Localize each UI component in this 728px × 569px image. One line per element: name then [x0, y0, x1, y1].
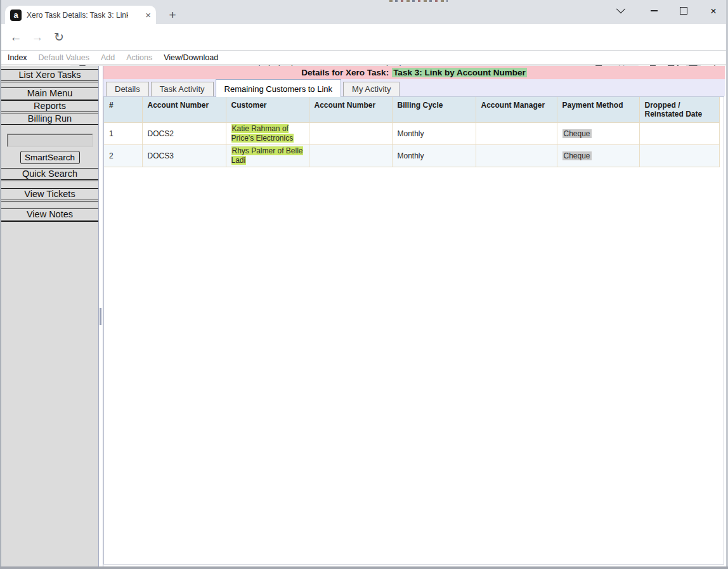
page-title-task-highlight: Task 3: Link by Account Number [392, 68, 527, 77]
table-row: 2 DOCS3 Rhys Palmer of Belle Ladi Monthl… [104, 145, 719, 167]
col-header-account-number: Account Number [142, 97, 226, 123]
col-header-billing-cycle: Billing Cycle [392, 97, 476, 123]
browser-tab[interactable]: a Xero Task Details: Task 3: Link by × [5, 6, 156, 24]
menu-item-index[interactable]: Index [8, 53, 27, 62]
tab-close-icon[interactable]: × [145, 10, 151, 20]
smartsearch-input[interactable] [7, 134, 93, 147]
close-icon: × [710, 6, 717, 16]
new-tab-button[interactable]: + [165, 8, 180, 23]
forward-button: → [27, 24, 48, 50]
sidebar-item-quick-search[interactable]: Quick Search [1, 168, 98, 180]
page-title-prefix: Details for Xero Task: [301, 68, 389, 77]
app-menubar: Index Default Values Add Actions View/Do… [1, 50, 726, 65]
cell-customer: Katie Rahman of Price's Electronics [226, 123, 309, 145]
cell-customer: Rhys Palmer of Belle Ladi [226, 145, 309, 167]
reload-button[interactable]: ↻ [48, 24, 70, 50]
window-border [0, 0, 1, 569]
cell-dropped-reinstated-date [639, 123, 719, 145]
sidebar-item-billing-run[interactable]: Billing Run [1, 113, 98, 125]
sidebar-item-view-tickets[interactable]: View Tickets [1, 188, 98, 200]
cell-payment-method: Cheque [557, 145, 639, 167]
tab-details[interactable]: Details [106, 82, 149, 96]
browser-titlebar: a Xero Task Details: Task 3: Link by × +… [0, 0, 728, 24]
cell-billing-cycle: Monthly [392, 123, 476, 145]
tab-title: Xero Task Details: Task 3: Link by [27, 11, 128, 20]
cell-account-number-2 [309, 145, 392, 167]
sidebar: List Xero Tasks Main Menu Reports Billin… [1, 66, 98, 566]
back-icon: ← [10, 30, 22, 44]
payment-method-highlight: Cheque [562, 129, 592, 138]
customer-highlight: Katie Rahman of Price's Electronics [231, 124, 294, 143]
window-border [0, 566, 728, 569]
table-header-row: # Account Number Customer Account Number… [104, 97, 719, 123]
cell-account-number: DOCS2 [142, 123, 226, 145]
table-row: 1 DOCS2 Katie Rahman of Price's Electron… [104, 123, 719, 145]
divider-drag-handle[interactable] [100, 308, 101, 325]
col-header-account-manager: Account Manager [476, 97, 557, 123]
window-chevron-down-icon[interactable] [606, 0, 635, 22]
remaining-customers-table: # Account Number Customer Account Number… [104, 97, 720, 167]
menu-item-add: Add [101, 53, 115, 62]
col-header-dropped-reinstated-date: Dropped / Reinstated Date [639, 97, 719, 123]
menu-item-view-download[interactable]: View/Download [164, 53, 218, 62]
window-close-button[interactable]: × [699, 0, 728, 22]
col-header-account-number-2: Account Number [309, 97, 392, 123]
browser-toolbar: ← → ↻ documentation.callstats.net/backen… [0, 24, 728, 50]
col-header-customer: Customer [226, 97, 309, 123]
cell-account-number-2 [309, 123, 392, 145]
menu-item-actions: Actions [126, 53, 152, 62]
maximize-icon [680, 7, 687, 15]
cell-dropped-reinstated-date [639, 145, 719, 167]
sidebar-item-reports[interactable]: Reports [1, 100, 98, 112]
menu-item-default-values: Default Values [39, 53, 89, 62]
frame-resize-divider[interactable] [98, 66, 103, 566]
sidebar-item-main-menu[interactable]: Main Menu [1, 87, 98, 99]
page-title: Details for Xero Task: Task 3: Link by A… [103, 66, 725, 79]
site-favicon: a [10, 10, 22, 21]
col-header-num: # [104, 97, 142, 123]
tab-remaining-customers-to-link[interactable]: Remaining Customers to Link [216, 79, 342, 97]
chevron-down-icon [616, 4, 625, 13]
tab-my-activity[interactable]: My Activity [343, 82, 400, 96]
back-button[interactable]: ← [5, 24, 27, 50]
cell-billing-cycle: Monthly [392, 145, 476, 167]
cell-account-manager [476, 145, 557, 167]
detail-tabstrip: Details Task Activity Remaining Customer… [103, 79, 725, 96]
main-content: Details for Xero Task: Task 3: Link by A… [103, 66, 725, 566]
sidebar-item-view-notes[interactable]: View Notes [1, 208, 98, 221]
cell-num: 2 [104, 145, 142, 167]
cell-account-manager [476, 123, 557, 145]
forward-icon: → [32, 30, 44, 44]
sidebar-item-list-xero-tasks[interactable]: List Xero Tasks [1, 69, 98, 81]
col-header-payment-method: Payment Method [557, 97, 639, 123]
tab-panel: # Account Number Customer Account Number… [103, 96, 724, 565]
reload-icon: ↻ [54, 30, 64, 44]
window-maximize-button[interactable] [669, 0, 698, 22]
sidebar-divider [1, 221, 98, 222]
cell-account-number: DOCS3 [142, 145, 226, 167]
clipped-window-artifact [389, 0, 448, 2]
minimize-icon [651, 10, 658, 11]
cell-num: 1 [104, 123, 142, 145]
payment-method-highlight: Cheque [562, 151, 592, 160]
tab-task-activity[interactable]: Task Activity [151, 82, 214, 96]
window-minimize-button[interactable] [639, 0, 668, 22]
cell-payment-method: Cheque [557, 123, 639, 145]
customer-highlight: Rhys Palmer of Belle Ladi [231, 146, 303, 165]
smartsearch-button[interactable]: SmartSearch [20, 151, 80, 164]
